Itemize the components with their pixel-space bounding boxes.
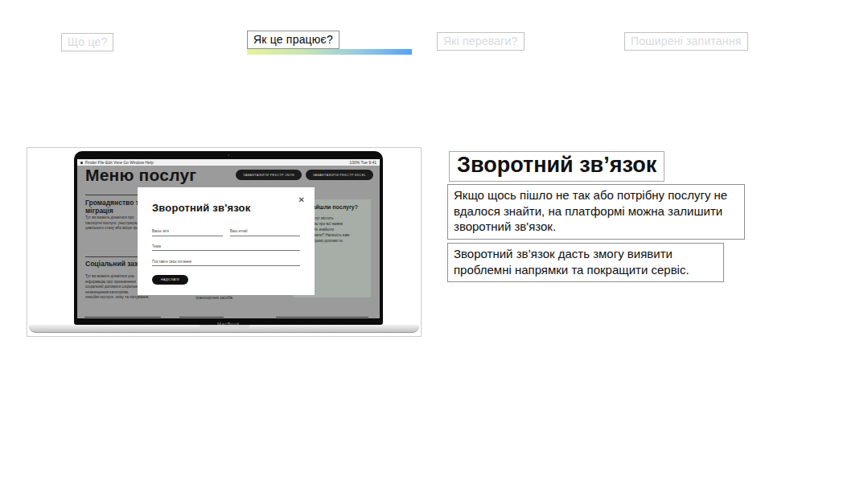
- question-field-label: Поставте своє питання: [152, 260, 191, 264]
- close-icon: ✕: [298, 196, 305, 204]
- webcam-dot-icon: [228, 154, 229, 156]
- page-title: Зворотний зв’язок: [449, 151, 664, 182]
- menubar-left: Finder File Edit View Go Window Help: [80, 160, 154, 165]
- download-json-button: Завантажити реєстр JSON: [236, 170, 302, 180]
- nav-tab-what-is-it[interactable]: Що це?: [61, 33, 113, 51]
- menubar-status: 100% Tue 9:41: [349, 160, 376, 165]
- services-menu-title: Меню послуг: [85, 166, 196, 185]
- macbook-mockup: MacBook Finder File Edit View Go Window …: [27, 147, 422, 337]
- send-button: надіслати: [152, 275, 188, 285]
- feedback-paragraph-2: Зворотний зв’язок дасть змогу виявити пр…: [447, 243, 724, 282]
- download-excel-button: Завантажити реєстр EXCEL: [306, 170, 373, 180]
- name-field-underline: [152, 236, 223, 236]
- email-field-label: Ваш email: [230, 229, 248, 233]
- email-field-underline: [230, 236, 300, 236]
- feedback-paragraph-1: Якщо щось пішло не так або потрібну посл…: [447, 184, 745, 240]
- feedback-modal-title: Зворотний зв'язок: [152, 202, 250, 214]
- footer-divider: [84, 317, 161, 318]
- menubar-menus: Finder File Edit View Go Window Help: [85, 160, 154, 165]
- footer-divider: [276, 317, 368, 318]
- question-field-underline: [152, 265, 300, 266]
- nav-tab-faq[interactable]: Поширені запитання: [624, 32, 748, 51]
- registry-download-buttons: Завантажити реєстр JSON Завантажити реєс…: [236, 170, 373, 180]
- subject-field-label: Тема: [152, 244, 161, 248]
- laptop-screen-content: Finder File Edit View Go Window Help 100…: [77, 159, 380, 318]
- feedback-modal: Зворотний зв'язок ✕ Ваше ім'я Ваш email …: [138, 187, 315, 295]
- apple-logo-icon: [80, 162, 83, 164]
- footer-divider: [179, 317, 224, 318]
- middle-column-fragment: транспортних засобів.: [195, 296, 233, 300]
- active-tab-gradient-underline: [247, 49, 412, 55]
- macos-menubar: Finder File Edit View Go Window Help 100…: [77, 159, 380, 166]
- subject-field-underline: [152, 250, 300, 251]
- nav-tab-benefits[interactable]: Які переваги?: [437, 32, 525, 51]
- laptop-base: [29, 325, 419, 333]
- name-field-label: Ваше ім'я: [152, 229, 169, 233]
- nav-tab-how-it-works[interactable]: Як це працює?: [247, 31, 339, 49]
- laptop-base-notch: [200, 325, 249, 328]
